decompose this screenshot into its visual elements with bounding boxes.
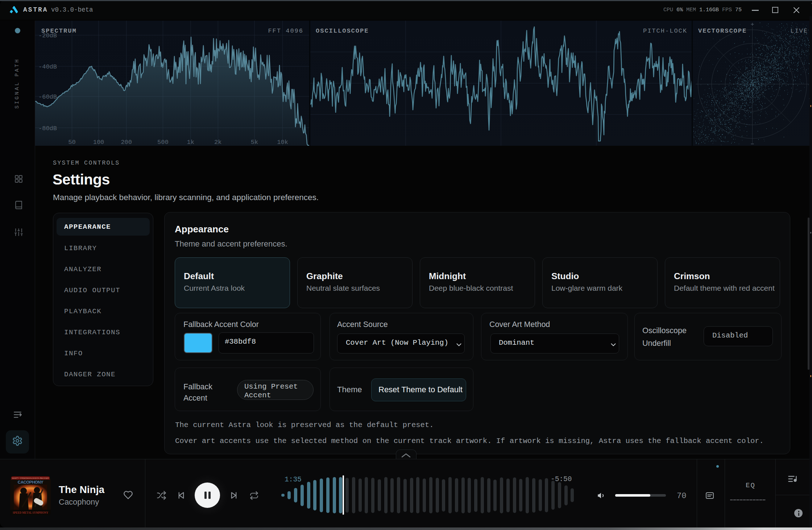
svg-text:-80dB: -80dB [38,125,57,132]
svg-text:SPEED METAL SYMPHONY: SPEED METAL SYMPHONY [13,511,49,514]
svg-text:FFT 4096: FFT 4096 [268,28,303,34]
svg-text:VECTORSCOPE: VECTORSCOPE [698,28,747,34]
svg-text:50: 50 [68,139,75,146]
svg-text:10k: 10k [277,139,288,146]
svg-text:OSCILLOSCOPE: OSCILLOSCOPE [316,28,369,34]
svg-text:5k: 5k [251,139,258,146]
svg-text:2k: 2k [214,139,221,146]
svg-text:1k: 1k [187,139,194,146]
svg-text:SPECTRUM: SPECTRUM [41,28,77,34]
svg-text:100: 100 [93,139,104,146]
svg-text:MARTY FRIEDMAN/JASON BECKER: MARTY FRIEDMAN/JASON BECKER [12,477,49,479]
svg-text:PITCH-LOCK: PITCH-LOCK [643,28,687,34]
svg-text:200: 200 [121,139,132,146]
svg-text:-40dB: -40dB [38,63,57,70]
svg-text:LIVE: LIVE [790,28,808,34]
svg-text:500: 500 [157,139,169,146]
svg-text:CACOPHONY: CACOPHONY [18,480,44,484]
svg-text:-60dB: -60dB [38,94,57,100]
